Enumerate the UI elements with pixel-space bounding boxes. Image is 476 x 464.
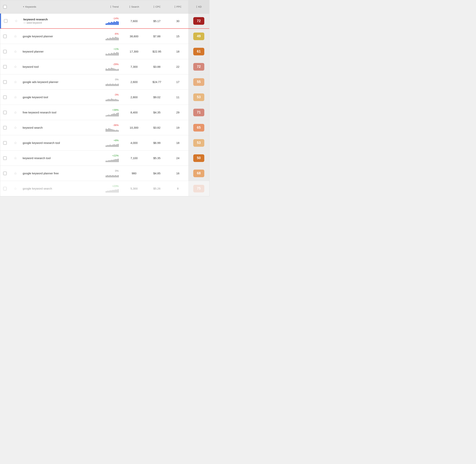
table-row: ☆free keyword research tool+39%8,400$4.3… [0,105,209,120]
search-volume-cell: 4,000 [122,140,146,146]
row-checkbox[interactable] [3,50,7,53]
star-button[interactable]: ☆ [10,48,21,55]
chart-bar [112,114,113,116]
header-kd[interactable]: ▲▼ KD [188,0,209,13]
row-checkbox[interactable] [3,111,7,114]
star-button[interactable]: ☆ [10,17,22,25]
keyword-name[interactable]: google keyword planner [23,35,53,38]
star-button[interactable]: ☆ [10,94,21,101]
row-checkbox-cell[interactable] [0,64,10,70]
row-checkbox[interactable] [4,19,7,23]
chart-bar [114,53,115,56]
chart-bar [107,161,108,162]
keyword-name[interactable]: google keyword search [23,187,52,190]
row-checkbox-cell[interactable] [0,185,10,192]
star-button[interactable]: ☆ [10,155,21,162]
row-checkbox-cell[interactable] [0,170,10,177]
cpc-cell: $22.95 [146,48,167,55]
keyword-name[interactable]: free keyword research tool [23,111,56,114]
row-checkbox-cell[interactable] [0,125,10,131]
header-ppc[interactable]: ▲▼ PPC [167,5,188,8]
chart-bar [108,84,109,86]
trend-percent: +1% [114,48,119,50]
chart-bar [114,84,115,86]
header-keywords[interactable]: ▼ Keywords [21,5,91,8]
row-checkbox-cell[interactable] [0,140,10,146]
table-body: ☆keyword research— seed keyword-14%7,600… [0,13,209,196]
star-button[interactable]: ☆ [10,63,21,70]
kd-badge: 72 [193,17,204,25]
star-button[interactable]: ☆ [10,170,21,177]
chart-bar [116,52,117,56]
search-volume-cell: 2,600 [122,79,146,85]
search-volume-cell: 2,800 [122,94,146,100]
row-checkbox-cell[interactable] [0,79,10,85]
chart-bar [110,38,111,40]
row-checkbox[interactable] [3,96,7,99]
search-volume-cell: 7,300 [122,64,146,70]
row-checkbox-cell[interactable] [0,33,10,39]
chart-bar [111,22,112,25]
header-search[interactable]: ▲▼ Search [122,5,146,8]
ppc-cell: 16 [167,170,188,176]
star-button[interactable]: ☆ [10,109,21,116]
table-row: ☆google keyword planner-6%38,600$7.88154… [0,29,209,44]
chart-bar [106,115,107,116]
header-checkbox-cell[interactable] [0,5,10,9]
keyword-name[interactable]: google keyword tool [23,96,48,99]
row-checkbox-cell[interactable] [0,109,10,116]
keyword-name[interactable]: google keyword research tool [23,141,60,145]
header-trend[interactable]: ▲▼ Trend [91,5,122,8]
row-checkbox[interactable] [3,172,7,175]
row-checkbox[interactable] [3,35,7,38]
chart-bar [110,99,111,101]
row-checkbox-cell[interactable] [1,18,10,24]
header-cpc[interactable]: ▲▼ CPC [146,5,167,8]
keyword-name[interactable]: keyword search [23,126,43,129]
chart-bar [108,191,109,193]
trend-cell: -14% [91,15,122,27]
row-checkbox[interactable] [3,126,7,129]
kd-cell: 71 [188,105,209,120]
star-button[interactable]: ☆ [10,139,21,146]
row-checkbox[interactable] [3,187,7,190]
keyword-name[interactable]: keyword planner [23,50,44,53]
ppc-cell: 22 [167,64,188,70]
row-checkbox-cell[interactable] [0,155,10,161]
table-row: ☆google keyword research tool+8%4,000$6.… [0,135,209,151]
chart-bar [116,21,117,25]
star-button[interactable]: ☆ [10,124,21,131]
star-button[interactable]: ☆ [10,78,21,86]
keyword-name[interactable]: google ads keyword planner [23,80,59,84]
trend-cell: 0% [91,168,122,179]
chart-bar [107,99,108,101]
keyword-name[interactable]: keyword research tool [23,156,51,160]
row-checkbox-cell[interactable] [0,94,10,100]
cpc-cell: $5.26 [146,185,167,192]
keyword-name[interactable]: keyword tool [23,65,39,68]
chart-bar [106,54,107,56]
chart-bar [118,113,119,116]
keyword-name[interactable]: keyword research [23,18,48,21]
row-checkbox[interactable] [3,80,7,84]
star-button[interactable]: ☆ [10,185,21,192]
trend-percent: -36% [113,124,119,126]
row-checkbox[interactable] [3,65,7,68]
chart-bar [108,115,109,116]
sort-arrows-kd: ▲▼ [196,5,198,8]
star-button[interactable]: ☆ [10,33,21,40]
row-checkbox[interactable] [3,156,7,160]
chart-bar [107,191,108,193]
mini-chart [106,20,119,25]
chart-bar [107,175,108,177]
keyword-name[interactable]: google keyword planner free [23,172,59,175]
row-checkbox[interactable] [3,141,7,145]
select-all-checkbox[interactable] [3,5,7,9]
row-checkbox-cell[interactable] [0,48,10,55]
mini-chart [106,66,119,71]
cpc-cell: $5.35 [146,155,167,161]
chart-bar [115,159,116,162]
cpc-cell: $4.85 [146,170,167,176]
kd-cell: 49 [188,29,209,44]
keyword-cell: google ads keyword planner [21,79,91,85]
